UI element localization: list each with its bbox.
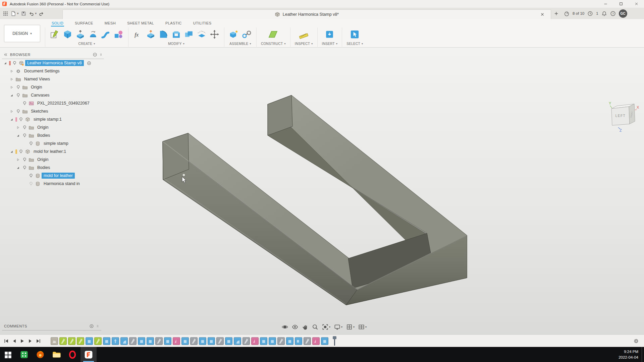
timeline-feature-extrude-icon[interactable] xyxy=(269,337,276,345)
step-forward-icon[interactable] xyxy=(28,338,33,344)
tab-plastic[interactable]: PLASTIC xyxy=(165,20,182,26)
zoom-button[interactable] xyxy=(312,324,318,330)
bell-icon[interactable] xyxy=(601,11,607,16)
timeline-feature-sketch-icon[interactable] xyxy=(59,337,67,345)
tab-surface[interactable]: SURFACE xyxy=(74,20,94,26)
browser-item-label[interactable]: Sketches xyxy=(29,108,50,114)
create-sketch-icon[interactable] xyxy=(50,29,60,40)
group-assemble-label[interactable]: ASSEMBLE▾ xyxy=(229,42,251,46)
timeline-feature-sketch-icon[interactable] xyxy=(94,337,102,345)
insert-icon[interactable] xyxy=(324,29,335,40)
timeline-feature-sketch-icon[interactable] xyxy=(77,337,84,345)
browser-item-label[interactable]: Origin xyxy=(35,124,50,130)
timeline-feature-extrude-icon[interactable] xyxy=(164,337,171,345)
timeline-feature-mirror-icon[interactable] xyxy=(251,337,259,345)
fillet-icon[interactable] xyxy=(158,29,169,40)
timeline-feature-combine-icon[interactable] xyxy=(295,337,302,345)
group-construct-label[interactable]: CONSTRUCT▾ xyxy=(261,42,286,46)
joint-icon[interactable] xyxy=(241,29,252,40)
browser-item-label[interactable]: Bodies xyxy=(35,132,52,138)
move-icon[interactable] xyxy=(209,29,220,40)
grid-settings-button[interactable]: ▾ xyxy=(346,324,355,330)
browser-tree-row[interactable]: Origin xyxy=(2,83,104,91)
shell-icon[interactable] xyxy=(171,29,181,40)
browser-tree-row[interactable]: Origin xyxy=(2,123,104,131)
new-component-icon[interactable] xyxy=(229,29,239,40)
browser-tree-row[interactable]: simple stamp:1 xyxy=(2,115,104,123)
browser-tree-row[interactable]: PXL_20220215_034922067 xyxy=(2,99,104,107)
sweep-icon[interactable] xyxy=(101,29,111,40)
collapse-triangle-icon[interactable] xyxy=(16,133,22,137)
browser-tree-row[interactable]: simple stamp xyxy=(2,139,104,147)
taskbar-windows-start-button[interactable] xyxy=(0,347,16,362)
primitives-icon[interactable] xyxy=(113,29,124,40)
taskbar-firefox-button[interactable] xyxy=(32,347,48,362)
box-icon[interactable] xyxy=(62,29,73,40)
bulb-icon[interactable] xyxy=(18,117,24,122)
show-desktop-button[interactable] xyxy=(642,347,644,362)
timeline-feature-extrude-icon[interactable] xyxy=(225,337,232,345)
target-icon[interactable] xyxy=(87,61,92,66)
browser-tree-row[interactable]: Sketches xyxy=(2,107,104,115)
circle-dot-icon[interactable] xyxy=(89,324,94,328)
taskbar-clock[interactable]: 9:24 PM 2022-04-04 xyxy=(619,349,642,360)
combine-icon[interactable] xyxy=(184,29,194,40)
browser-tree-row[interactable]: Canvases xyxy=(2,91,104,99)
win-close-button[interactable] xyxy=(629,0,644,8)
play-icon[interactable] xyxy=(19,338,25,344)
win-max-button[interactable] xyxy=(613,0,629,8)
collapse-triangle-icon[interactable] xyxy=(16,166,22,170)
gauge-icon[interactable] xyxy=(564,11,570,16)
clock-icon[interactable] xyxy=(587,11,593,16)
timeline-feature-sketch-icon[interactable] xyxy=(129,337,137,345)
browser-item-label[interactable]: Named Views xyxy=(22,76,52,82)
timeline-feature-extrude-icon[interactable] xyxy=(86,337,93,345)
timeline-feature-extrude-icon[interactable] xyxy=(208,337,215,345)
group-insert-label[interactable]: INSERT▾ xyxy=(322,42,338,46)
expand-triangle-icon[interactable] xyxy=(16,125,22,129)
timeline-feature-extrude-icon[interactable] xyxy=(199,337,206,345)
browser-tree-row[interactable]: Harmonica stand in xyxy=(2,180,104,188)
browser-item-label[interactable]: Canvases xyxy=(29,92,52,98)
browser-tree-row[interactable]: Document Settings xyxy=(2,67,104,75)
expand-triangle-icon[interactable] xyxy=(10,69,15,73)
collapse-triangle-icon[interactable] xyxy=(10,117,15,121)
tab-close-icon[interactable] xyxy=(540,12,545,17)
browser-item-label[interactable]: Origin xyxy=(35,157,50,163)
browser-tree-row[interactable]: mold for leather:1 xyxy=(2,147,104,156)
app-grid-icon[interactable] xyxy=(3,11,8,16)
timeline-feature-extrude-icon[interactable] xyxy=(286,337,293,345)
measure-icon[interactable] xyxy=(299,29,309,40)
expand-triangle-icon[interactable] xyxy=(10,77,15,81)
timeline-feature-mirror-icon[interactable] xyxy=(312,337,320,345)
timeline-feature-extrude-icon[interactable] xyxy=(103,337,110,345)
group-modify-label[interactable]: MODIFY▾ xyxy=(168,42,184,46)
browser-item-label[interactable]: Leather Harmonica Stamp v8 xyxy=(25,60,84,66)
timeline-feature-extrude-icon[interactable] xyxy=(321,337,328,345)
expand-triangle-icon[interactable] xyxy=(10,109,15,113)
browser-item-label[interactable]: mold for leather:1 xyxy=(32,148,68,155)
redo-icon[interactable] xyxy=(39,11,44,16)
user-avatar[interactable]: GC xyxy=(619,9,627,18)
browser-item-label[interactable]: Harmonica stand in xyxy=(42,181,82,187)
new-tab-button[interactable] xyxy=(551,11,561,16)
group-create-label[interactable]: CREATE▾ xyxy=(78,42,95,46)
win-min-button[interactable] xyxy=(598,0,613,8)
timeline-feature-extrude-icon[interactable] xyxy=(260,337,267,345)
bulb-icon[interactable] xyxy=(22,133,28,138)
bulb-icon[interactable] xyxy=(22,157,28,163)
browser-tree-row[interactable]: Leather Harmonica Stamp v8 xyxy=(2,59,104,67)
minus-circle-icon[interactable] xyxy=(93,52,97,57)
timeline-position-marker[interactable] xyxy=(332,336,336,346)
taskbar-opera-button[interactable] xyxy=(64,347,80,362)
timeline-feature-sketch-icon[interactable] xyxy=(277,337,285,345)
bulb-icon[interactable] xyxy=(28,141,34,146)
step-back-icon[interactable] xyxy=(11,338,17,344)
browser-tree-row[interactable]: Bodies xyxy=(2,164,104,172)
browser-item-label[interactable]: simple stamp:1 xyxy=(32,116,64,122)
tab-solid[interactable]: SOLID xyxy=(51,20,64,26)
browser-item-label[interactable]: Bodies xyxy=(35,165,52,171)
timeline-feature-fillet-icon[interactable] xyxy=(120,337,128,345)
tab-sheet-metal[interactable]: SHEET METAL xyxy=(126,20,155,26)
timeline-feature-sketch-icon[interactable] xyxy=(155,337,163,345)
